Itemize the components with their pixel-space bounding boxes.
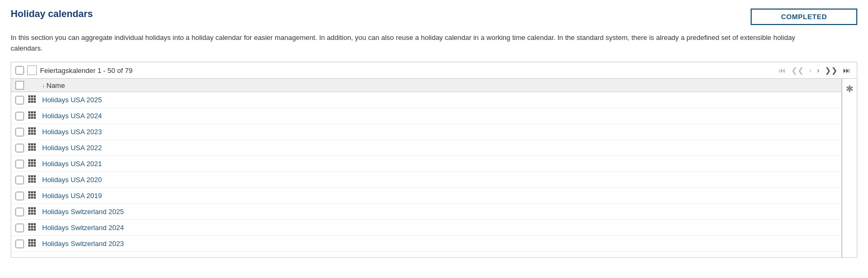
table-title: Feiertagskalender 1 - 50 of 79 <box>40 67 132 75</box>
item-checkbox[interactable] <box>15 192 24 200</box>
list-item[interactable]: Holidays Switzerland 2025 <box>11 204 841 220</box>
item-name[interactable]: Holidays Switzerland 2025 <box>42 208 124 216</box>
item-checkbox[interactable] <box>15 160 24 168</box>
item-checkbox[interactable] <box>15 128 24 136</box>
toolbar-left: Feiertagskalender 1 - 50 of 79 <box>15 66 132 75</box>
list-item[interactable]: Holidays USA 2020 <box>11 172 841 188</box>
list-item[interactable]: Holidays USA 2025 <box>11 92 841 108</box>
column-header-row: ↓ Name <box>11 79 841 92</box>
completed-button[interactable]: COMPLETED <box>751 9 857 25</box>
item-checkbox[interactable] <box>15 224 24 232</box>
list-item[interactable]: Holidays USA 2019 <box>11 188 841 204</box>
last-page-button[interactable]: ⏭ <box>841 66 853 75</box>
item-name[interactable]: Holidays USA 2024 <box>42 112 102 120</box>
item-checkbox[interactable] <box>15 208 24 216</box>
list-item[interactable]: Holidays Switzerland 2024 <box>11 220 841 236</box>
list-area: Holidays USA 2025Holidays USA 2024Holida… <box>11 92 841 257</box>
item-name[interactable]: Holidays Switzerland 2023 <box>42 240 124 248</box>
page-title: Holiday calendars <box>11 9 93 20</box>
pagination-controls: ⏮ ❮❮ ‹ › ❯❯ ⏭ <box>776 66 853 75</box>
list-item[interactable]: Holidays USA 2023 <box>11 124 841 140</box>
asterisk-button[interactable]: ✱ <box>845 82 855 96</box>
calendar-icon <box>28 159 38 169</box>
side-panel: ✱ <box>842 79 857 257</box>
page-description: In this section you can aggregate indivi… <box>11 32 811 53</box>
item-checkbox[interactable] <box>15 240 24 248</box>
calendar-icon <box>28 143 38 153</box>
name-column-label: Name <box>46 81 65 89</box>
calendar-icon <box>28 111 38 121</box>
prev-skip-button[interactable]: ❮❮ <box>789 66 806 75</box>
item-name[interactable]: Holidays USA 2019 <box>42 192 102 200</box>
item-checkbox[interactable] <box>15 144 24 152</box>
calendar-icon <box>28 207 38 217</box>
calendar-icon <box>28 223 38 233</box>
calendar-icon <box>28 127 38 137</box>
sort-arrow-icon: ↓ <box>42 83 45 88</box>
calendar-icon <box>28 239 38 249</box>
item-name[interactable]: Holidays USA 2023 <box>42 128 102 136</box>
calendar-icon <box>28 175 38 185</box>
name-column-header[interactable]: ↓ Name <box>42 81 65 89</box>
item-checkbox[interactable] <box>15 176 24 184</box>
table-toolbar: Feiertagskalender 1 - 50 of 79 ⏮ ❮❮ ‹ › … <box>11 62 857 79</box>
item-name[interactable]: Holidays USA 2021 <box>42 160 102 168</box>
calendar-icon <box>28 191 38 201</box>
item-name[interactable]: Holidays USA 2020 <box>42 176 102 184</box>
calendar-icon <box>28 95 38 105</box>
holiday-calendar-table: Feiertagskalender 1 - 50 of 79 ⏮ ❮❮ ‹ › … <box>11 62 857 258</box>
header-checkbox-placeholder <box>15 81 24 89</box>
item-name[interactable]: Holidays Switzerland 2024 <box>42 224 124 232</box>
prev-page-button[interactable]: ‹ <box>807 66 814 75</box>
item-checkbox[interactable] <box>15 112 24 120</box>
table-body-wrapper: ↓ Name Holidays USA 2025Holidays USA 202… <box>11 79 857 257</box>
item-name[interactable]: Holidays USA 2025 <box>42 96 102 104</box>
list-item[interactable]: Holidays Switzerland 2023 <box>11 236 841 252</box>
next-skip-button[interactable]: ❯❯ <box>823 66 840 75</box>
first-page-button[interactable]: ⏮ <box>776 66 788 75</box>
item-name[interactable]: Holidays USA 2022 <box>42 144 102 152</box>
list-item[interactable]: Holidays USA 2022 <box>11 140 841 156</box>
main-table: ↓ Name Holidays USA 2025Holidays USA 202… <box>11 79 842 257</box>
list-item[interactable]: Holidays USA 2021 <box>11 156 841 172</box>
new-row-icon[interactable] <box>27 66 37 75</box>
select-all-checkbox[interactable] <box>15 66 24 75</box>
item-checkbox[interactable] <box>15 96 24 104</box>
next-page-button[interactable]: › <box>815 66 822 75</box>
list-item[interactable]: Holidays USA 2024 <box>11 108 841 124</box>
